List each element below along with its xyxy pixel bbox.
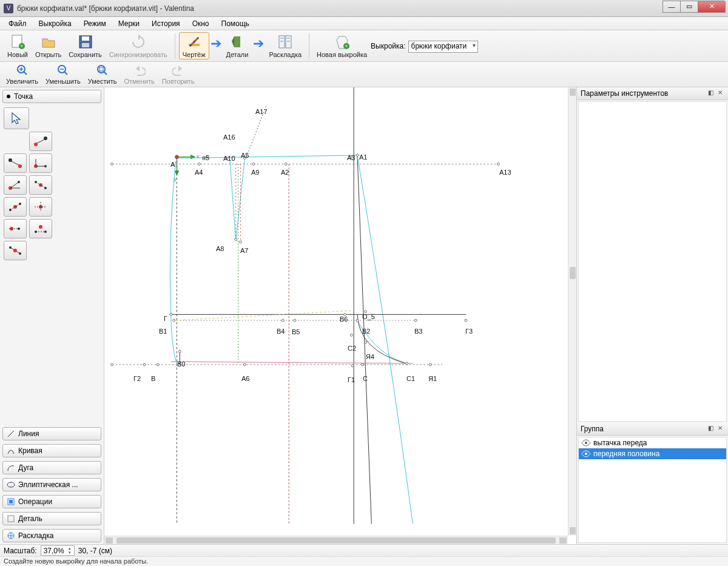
close-button[interactable]: ✕ [698,1,726,13]
category-point[interactable]: Точка [2,90,101,103]
new-pattern-label: Новая выкройка [317,51,367,58]
menu-window[interactable]: Окно [186,18,215,30]
scale-spinbox[interactable]: 37,0% ▴▾ [41,545,75,556]
panel-float-button[interactable]: ◧ [706,89,715,98]
group-item[interactable]: передняя половина [579,448,726,459]
tool-point-1[interactable] [29,132,52,151]
point-label: A7 [240,247,248,254]
category-detail[interactable]: Деталь [2,512,101,525]
point-label: О_5 [362,313,375,320]
canvas-area[interactable]: x y [104,87,576,544]
save-label: Сохранить [69,51,102,58]
category-curve[interactable]: Кривая [2,444,101,457]
undo-icon [133,64,146,77]
sync-button: Синхронизировать [106,32,171,59]
new-pattern-button[interactable]: + Новая выкройка [313,32,371,59]
tool-point-5[interactable] [29,175,52,195]
category-line-label: Линия [18,430,39,438]
category-arc-label: Дуга [18,463,33,472]
menu-pattern[interactable]: Выкройка [33,18,78,30]
group-list[interactable]: вытачка передапередняя половина [578,437,727,543]
point-label: Я1 [428,375,437,382]
open-label: Открыть [35,51,61,58]
draft-button[interactable]: Чертёж [179,32,209,59]
tool-point-3[interactable] [29,153,52,173]
undo-button: Отменить [120,62,158,86]
scale-label: Масштаб: [4,547,37,555]
category-point-label: Точка [14,92,33,101]
svg-line-66 [357,155,371,524]
tool-select[interactable] [4,107,29,129]
category-detail-label: Деталь [18,514,42,523]
tool-point-2[interactable] [4,153,27,173]
point-label: A9 [251,169,259,176]
curve-icon [7,446,15,455]
svg-point-89 [240,241,242,243]
pattern-select[interactable]: брюки корфиати [408,41,479,53]
point-label: В4 [277,328,285,335]
point-label: В0 [177,360,185,368]
svg-line-20 [12,161,19,165]
tool-params-body [578,101,727,422]
svg-rect-5 [82,43,89,47]
details-button[interactable]: Детали [223,32,252,59]
category-line[interactable]: Линия [2,427,101,440]
separator [309,33,309,59]
point-label: С1 [406,375,415,382]
scale-down[interactable]: ▾ [67,551,73,555]
open-button[interactable]: Открыть [32,32,65,59]
layout-button[interactable]: Раскладка [265,32,305,59]
canvas[interactable]: x y [104,87,568,536]
zoom-fit-button[interactable]: Уместить [84,62,121,86]
tool-point-10[interactable] [4,241,27,260]
svg-point-84 [285,163,287,165]
tool-point-6[interactable] [4,197,27,217]
tool-point-7[interactable] [29,197,52,217]
maximize-button[interactable]: ▭ [680,1,698,13]
category-ellipse[interactable]: Эллиптическая ... [2,478,101,491]
statusbar: Масштаб: 37,0% ▴▾ 30, -7 (см) [0,544,728,556]
new-button[interactable]: + Новый [4,32,32,59]
menu-measurements[interactable]: Мерки [112,18,146,30]
panel-float-button[interactable]: ◧ [706,425,715,433]
menu-mode[interactable]: Режим [78,18,112,30]
minimize-button[interactable]: — [662,1,681,13]
point-label: A16 [223,133,235,141]
zoom-out-button[interactable]: Уменьшить [42,62,84,86]
svg-point-86 [356,154,359,157]
menu-history[interactable]: История [146,18,186,30]
zoom-in-button[interactable]: Увеличить [2,62,42,86]
panel-close-button[interactable]: ✕ [716,425,724,433]
zoom-out-icon [56,64,70,77]
svg-point-104 [157,363,159,366]
details-icon [229,33,246,50]
point-label: В6 [340,315,348,323]
point-label: В5 [292,328,300,335]
point-label: В2 [362,328,370,335]
category-layout[interactable]: Раскладка [2,529,101,542]
sync-icon [130,33,147,50]
tool-point-4[interactable] [4,175,27,195]
svg-point-108 [406,362,408,365]
tool-point-8[interactable] [4,219,27,238]
svg-point-87 [497,163,499,165]
svg-point-79 [198,163,200,165]
menu-help[interactable]: Помощь [215,18,255,30]
group-item[interactable]: вытачка переда [579,437,726,448]
horizontal-scrollbar[interactable] [104,536,568,544]
vertical-scrollbar[interactable] [568,87,576,536]
tool-point-9[interactable] [29,219,52,238]
svg-point-101 [178,351,181,353]
svg-point-90 [170,313,172,315]
svg-point-28 [18,181,20,183]
panel-close-button[interactable]: ✕ [716,89,724,98]
category-arc[interactable]: Дуга [2,461,101,474]
save-button[interactable]: Сохранить [65,32,106,59]
menubar: Файл Выкройка Режим Мерки История Окно П… [0,17,728,30]
menu-file[interactable]: Файл [2,18,33,30]
hint-bar: Создайте новую выкройку для начала работ… [0,556,728,566]
svg-point-98 [465,319,467,322]
zoom-fit-icon [96,64,109,77]
category-ellipse-label: Эллиптическая ... [18,480,78,489]
category-operations[interactable]: Операции [2,495,101,508]
